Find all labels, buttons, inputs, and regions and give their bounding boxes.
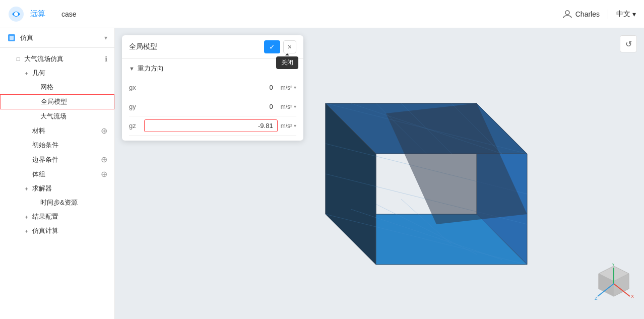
gy-label: gy	[129, 103, 144, 110]
language-label: 中文	[616, 10, 630, 19]
expand-icon-solver: ＋	[22, 184, 30, 193]
case-label[interactable]: case	[61, 10, 77, 18]
confirm-button[interactable]: ✓	[264, 40, 280, 53]
gx-unit-label: m/s²	[281, 84, 292, 91]
sidebar-item-material[interactable]: 材料 ⊕	[0, 123, 114, 138]
gx-unit: m/s² ▾	[281, 84, 296, 91]
svg-rect-4	[10, 36, 14, 40]
field-row-gz: gz m/s² ▾	[129, 116, 296, 136]
gz-input[interactable]	[144, 119, 278, 132]
add-boundary-icon[interactable]: ⊕	[101, 155, 107, 164]
sidebar-collapse-icon[interactable]: ▾	[104, 34, 107, 41]
init-cond-label: 初始条件	[32, 141, 58, 150]
x-axis-label: X	[631, 294, 634, 299]
panel-title: 全局模型	[129, 42, 157, 51]
gravity-section-label: 重力方向	[138, 64, 164, 73]
sidebar-title-area: 仿真	[7, 33, 33, 42]
gy-unit-arrow[interactable]: ▾	[294, 104, 296, 109]
gx-unit-arrow[interactable]: ▾	[294, 85, 296, 90]
panel-header: 全局模型 ✓ × 关闭	[122, 35, 303, 59]
global-model-label: 全局模型	[41, 97, 67, 106]
atmos-sim-label: 大气流场仿真	[24, 54, 63, 63]
gx-input[interactable]	[144, 81, 278, 94]
section-collapse-icon[interactable]: ▼	[129, 66, 135, 72]
add-body-group-icon[interactable]: ⊕	[101, 169, 107, 179]
gz-unit: m/s² ▾	[281, 122, 296, 130]
atmos-field-label: 大气流场	[40, 112, 67, 121]
sidebar-item-body-group[interactable]: 体组 ⊕	[0, 167, 114, 181]
close-button[interactable]: ×	[283, 40, 296, 53]
chevron-down-icon: ▾	[632, 10, 636, 18]
sim-calc-label: 仿真计算	[32, 226, 58, 235]
panel-body: ▼ 重力方向 gx m/s² ▾ gy m/s	[122, 59, 303, 141]
gy-input[interactable]	[144, 100, 278, 113]
app-logo	[8, 6, 24, 22]
expand-icon: □	[14, 55, 22, 63]
axis-cube-svg: X Y Z	[594, 264, 634, 304]
user-area[interactable]: Charles	[562, 9, 600, 19]
sidebar-item-atmos-sim[interactable]: □ 大气流场仿真 ℹ	[0, 52, 114, 66]
gx-label: gx	[129, 84, 144, 91]
sidebar-item-mesh[interactable]: 网格	[0, 80, 114, 94]
mesh-label: 网格	[40, 83, 53, 92]
sidebar-item-result-config[interactable]: ＋ 结果配置	[0, 210, 114, 224]
svg-point-1	[14, 12, 18, 16]
sidebar-item-global-model[interactable]: 全局模型	[0, 94, 114, 109]
header-divider	[608, 10, 608, 19]
body-group-label: 体组	[32, 170, 45, 179]
sidebar: 仿真 ▾ □ 大气流场仿真 ℹ ＋ 几何 网格	[0, 28, 115, 319]
header-left: 远算 case	[8, 6, 77, 22]
content-area: 全局模型 ✓ × 关闭 ▼ 重力方向 gx m/s²	[115, 28, 644, 319]
sidebar-item-boundary[interactable]: 边界条件 ⊕	[0, 152, 114, 167]
field-row-gx: gx m/s² ▾	[129, 78, 296, 97]
sidebar-title: 仿真	[20, 33, 33, 42]
global-model-panel: 全局模型 ✓ × 关闭 ▼ 重力方向 gx m/s²	[122, 35, 303, 141]
material-label: 材料	[32, 126, 45, 136]
sidebar-item-atmos-field[interactable]: 大气流场	[0, 109, 114, 123]
axis-cube: X Y Z	[594, 264, 634, 304]
user-icon	[562, 9, 572, 19]
boundary-label: 边界条件	[32, 155, 58, 164]
app-name: 远算	[30, 9, 45, 19]
y-axis-label: Y	[612, 264, 615, 267]
svg-point-2	[565, 11, 569, 15]
solver-label: 求解器	[32, 184, 52, 193]
gy-unit: m/s² ▾	[281, 103, 296, 110]
expand-icon-sim-calc: ＋	[22, 227, 30, 235]
language-selector[interactable]: 中文 ▾	[616, 10, 636, 19]
geometry-label: 几何	[32, 69, 45, 78]
gy-unit-label: m/s²	[281, 103, 292, 110]
info-icon[interactable]: ℹ	[105, 55, 107, 63]
close-tooltip: 关闭	[276, 56, 298, 69]
reload-icon: ↺	[625, 39, 632, 49]
add-material-icon[interactable]: ⊕	[101, 126, 107, 136]
sidebar-item-solver[interactable]: ＋ 求解器	[0, 181, 114, 196]
z-axis-label: Z	[595, 296, 598, 301]
sim-icon	[7, 33, 16, 42]
user-name: Charles	[575, 10, 600, 18]
expand-icon-geometry: ＋	[22, 69, 30, 77]
field-row-gy: gy m/s² ▾	[129, 97, 296, 116]
main-layout: 仿真 ▾ □ 大气流场仿真 ℹ ＋ 几何 网格	[0, 28, 644, 319]
gz-unit-arrow[interactable]: ▾	[294, 123, 296, 129]
panel-actions: ✓ ×	[264, 40, 296, 53]
sidebar-item-sim-calc[interactable]: ＋ 仿真计算	[0, 224, 114, 238]
sidebar-item-time-step[interactable]: 时间步&资源	[0, 196, 114, 210]
gravity-section: ▼ 重力方向	[129, 64, 296, 73]
sidebar-item-geometry[interactable]: ＋ 几何	[0, 66, 114, 80]
3d-box-visualization	[285, 73, 588, 275]
gz-unit-label: m/s²	[281, 122, 292, 130]
expand-icon-result: ＋	[22, 213, 30, 221]
header: 远算 case Charles 中文 ▾	[0, 0, 644, 28]
reload-button[interactable]: ↺	[620, 35, 637, 52]
result-config-label: 结果配置	[32, 212, 58, 221]
sidebar-header: 仿真 ▾	[0, 28, 114, 48]
gz-label: gz	[129, 122, 144, 130]
sidebar-item-init-cond[interactable]: 初始条件	[0, 138, 114, 152]
header-right: Charles 中文 ▾	[562, 9, 636, 19]
sidebar-tree: □ 大气流场仿真 ℹ ＋ 几何 网格 全局模型 大气流场	[0, 48, 114, 319]
time-step-label: 时间步&资源	[40, 198, 78, 207]
